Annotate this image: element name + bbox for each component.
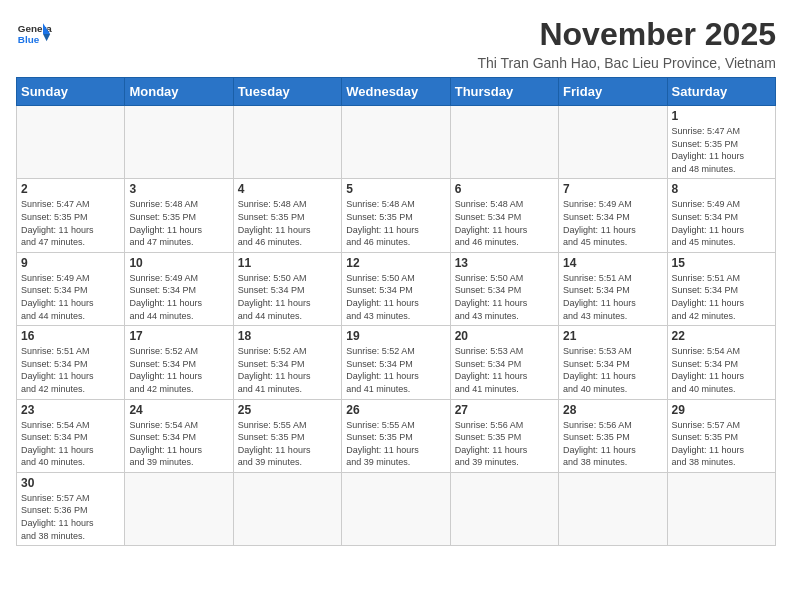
day-number: 20 — [455, 329, 554, 343]
day-info: Sunrise: 5:54 AM Sunset: 5:34 PM Dayligh… — [129, 419, 228, 469]
calendar-cell: 11Sunrise: 5:50 AM Sunset: 5:34 PM Dayli… — [233, 252, 341, 325]
month-title: November 2025 — [477, 16, 776, 53]
weekday-header-monday: Monday — [125, 78, 233, 106]
day-info: Sunrise: 5:54 AM Sunset: 5:34 PM Dayligh… — [21, 419, 120, 469]
calendar-cell: 18Sunrise: 5:52 AM Sunset: 5:34 PM Dayli… — [233, 326, 341, 399]
day-number: 18 — [238, 329, 337, 343]
day-info: Sunrise: 5:57 AM Sunset: 5:36 PM Dayligh… — [21, 492, 120, 542]
day-info: Sunrise: 5:49 AM Sunset: 5:34 PM Dayligh… — [21, 272, 120, 322]
day-number: 4 — [238, 182, 337, 196]
calendar-cell — [450, 472, 558, 545]
calendar-cell: 23Sunrise: 5:54 AM Sunset: 5:34 PM Dayli… — [17, 399, 125, 472]
day-number: 14 — [563, 256, 662, 270]
day-info: Sunrise: 5:52 AM Sunset: 5:34 PM Dayligh… — [129, 345, 228, 395]
svg-text:Blue: Blue — [18, 34, 40, 45]
calendar-cell: 20Sunrise: 5:53 AM Sunset: 5:34 PM Dayli… — [450, 326, 558, 399]
calendar-cell: 1Sunrise: 5:47 AM Sunset: 5:35 PM Daylig… — [667, 106, 775, 179]
day-info: Sunrise: 5:57 AM Sunset: 5:35 PM Dayligh… — [672, 419, 771, 469]
calendar-cell: 24Sunrise: 5:54 AM Sunset: 5:34 PM Dayli… — [125, 399, 233, 472]
day-info: Sunrise: 5:48 AM Sunset: 5:35 PM Dayligh… — [346, 198, 445, 248]
day-number: 10 — [129, 256, 228, 270]
calendar-cell: 19Sunrise: 5:52 AM Sunset: 5:34 PM Dayli… — [342, 326, 450, 399]
day-info: Sunrise: 5:52 AM Sunset: 5:34 PM Dayligh… — [346, 345, 445, 395]
week-row-4: 16Sunrise: 5:51 AM Sunset: 5:34 PM Dayli… — [17, 326, 776, 399]
calendar-cell: 25Sunrise: 5:55 AM Sunset: 5:35 PM Dayli… — [233, 399, 341, 472]
day-info: Sunrise: 5:54 AM Sunset: 5:34 PM Dayligh… — [672, 345, 771, 395]
logo-icon: General Blue — [16, 16, 52, 52]
day-number: 22 — [672, 329, 771, 343]
day-info: Sunrise: 5:53 AM Sunset: 5:34 PM Dayligh… — [455, 345, 554, 395]
day-number: 11 — [238, 256, 337, 270]
day-number: 3 — [129, 182, 228, 196]
svg-marker-3 — [43, 34, 50, 41]
day-info: Sunrise: 5:48 AM Sunset: 5:35 PM Dayligh… — [238, 198, 337, 248]
title-area: November 2025 Thi Tran Ganh Hao, Bac Lie… — [477, 16, 776, 71]
day-number: 13 — [455, 256, 554, 270]
week-row-1: 1Sunrise: 5:47 AM Sunset: 5:35 PM Daylig… — [17, 106, 776, 179]
day-number: 7 — [563, 182, 662, 196]
day-info: Sunrise: 5:51 AM Sunset: 5:34 PM Dayligh… — [21, 345, 120, 395]
day-number: 30 — [21, 476, 120, 490]
day-info: Sunrise: 5:56 AM Sunset: 5:35 PM Dayligh… — [455, 419, 554, 469]
calendar-cell — [450, 106, 558, 179]
day-info: Sunrise: 5:50 AM Sunset: 5:34 PM Dayligh… — [346, 272, 445, 322]
day-info: Sunrise: 5:50 AM Sunset: 5:34 PM Dayligh… — [238, 272, 337, 322]
calendar-cell — [559, 106, 667, 179]
calendar-cell — [17, 106, 125, 179]
weekday-header-tuesday: Tuesday — [233, 78, 341, 106]
day-info: Sunrise: 5:49 AM Sunset: 5:34 PM Dayligh… — [672, 198, 771, 248]
day-number: 29 — [672, 403, 771, 417]
weekday-header-friday: Friday — [559, 78, 667, 106]
day-number: 1 — [672, 109, 771, 123]
calendar-cell — [233, 106, 341, 179]
calendar-cell — [342, 106, 450, 179]
day-number: 12 — [346, 256, 445, 270]
day-number: 19 — [346, 329, 445, 343]
calendar-cell: 28Sunrise: 5:56 AM Sunset: 5:35 PM Dayli… — [559, 399, 667, 472]
day-info: Sunrise: 5:53 AM Sunset: 5:34 PM Dayligh… — [563, 345, 662, 395]
day-number: 21 — [563, 329, 662, 343]
week-row-3: 9Sunrise: 5:49 AM Sunset: 5:34 PM Daylig… — [17, 252, 776, 325]
day-number: 25 — [238, 403, 337, 417]
weekday-header-saturday: Saturday — [667, 78, 775, 106]
week-row-5: 23Sunrise: 5:54 AM Sunset: 5:34 PM Dayli… — [17, 399, 776, 472]
day-info: Sunrise: 5:47 AM Sunset: 5:35 PM Dayligh… — [672, 125, 771, 175]
calendar-cell: 4Sunrise: 5:48 AM Sunset: 5:35 PM Daylig… — [233, 179, 341, 252]
calendar-cell: 5Sunrise: 5:48 AM Sunset: 5:35 PM Daylig… — [342, 179, 450, 252]
day-number: 15 — [672, 256, 771, 270]
location-subtitle: Thi Tran Ganh Hao, Bac Lieu Province, Vi… — [477, 55, 776, 71]
day-number: 6 — [455, 182, 554, 196]
day-number: 5 — [346, 182, 445, 196]
calendar-cell: 6Sunrise: 5:48 AM Sunset: 5:34 PM Daylig… — [450, 179, 558, 252]
day-number: 2 — [21, 182, 120, 196]
day-info: Sunrise: 5:56 AM Sunset: 5:35 PM Dayligh… — [563, 419, 662, 469]
day-number: 28 — [563, 403, 662, 417]
calendar-cell: 22Sunrise: 5:54 AM Sunset: 5:34 PM Dayli… — [667, 326, 775, 399]
weekday-header-sunday: Sunday — [17, 78, 125, 106]
day-info: Sunrise: 5:51 AM Sunset: 5:34 PM Dayligh… — [563, 272, 662, 322]
calendar-cell — [125, 472, 233, 545]
calendar-cell — [125, 106, 233, 179]
day-info: Sunrise: 5:48 AM Sunset: 5:34 PM Dayligh… — [455, 198, 554, 248]
calendar-cell: 21Sunrise: 5:53 AM Sunset: 5:34 PM Dayli… — [559, 326, 667, 399]
day-info: Sunrise: 5:55 AM Sunset: 5:35 PM Dayligh… — [346, 419, 445, 469]
day-number: 9 — [21, 256, 120, 270]
day-number: 27 — [455, 403, 554, 417]
weekday-header-thursday: Thursday — [450, 78, 558, 106]
calendar-cell — [342, 472, 450, 545]
calendar-cell: 10Sunrise: 5:49 AM Sunset: 5:34 PM Dayli… — [125, 252, 233, 325]
day-number: 24 — [129, 403, 228, 417]
weekday-header-wednesday: Wednesday — [342, 78, 450, 106]
day-number: 26 — [346, 403, 445, 417]
calendar-cell: 2Sunrise: 5:47 AM Sunset: 5:35 PM Daylig… — [17, 179, 125, 252]
calendar-cell: 15Sunrise: 5:51 AM Sunset: 5:34 PM Dayli… — [667, 252, 775, 325]
day-info: Sunrise: 5:47 AM Sunset: 5:35 PM Dayligh… — [21, 198, 120, 248]
calendar-cell: 16Sunrise: 5:51 AM Sunset: 5:34 PM Dayli… — [17, 326, 125, 399]
day-number: 16 — [21, 329, 120, 343]
calendar-cell: 12Sunrise: 5:50 AM Sunset: 5:34 PM Dayli… — [342, 252, 450, 325]
calendar-cell: 7Sunrise: 5:49 AM Sunset: 5:34 PM Daylig… — [559, 179, 667, 252]
weekday-header-row: SundayMondayTuesdayWednesdayThursdayFrid… — [17, 78, 776, 106]
calendar-cell: 8Sunrise: 5:49 AM Sunset: 5:34 PM Daylig… — [667, 179, 775, 252]
calendar-cell: 3Sunrise: 5:48 AM Sunset: 5:35 PM Daylig… — [125, 179, 233, 252]
week-row-6: 30Sunrise: 5:57 AM Sunset: 5:36 PM Dayli… — [17, 472, 776, 545]
